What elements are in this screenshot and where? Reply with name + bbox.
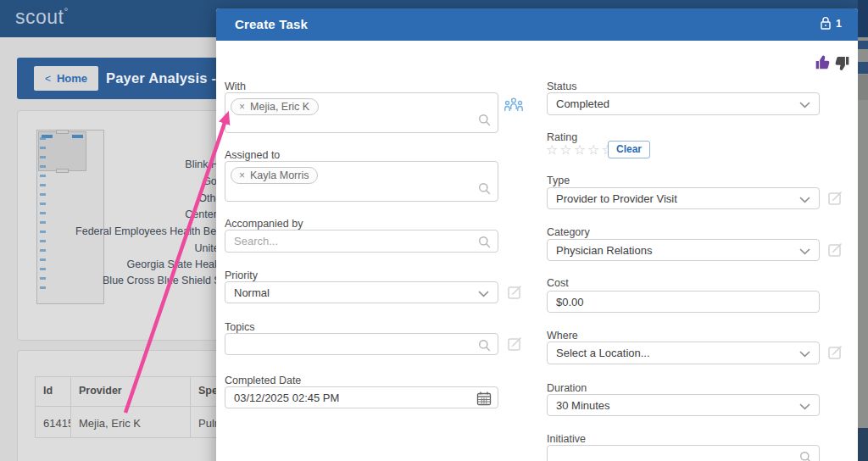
chip-label: Kayla Morris bbox=[250, 169, 309, 181]
chevron-down-icon bbox=[799, 403, 810, 410]
chart-axis-label: Federal Employees Health Benefits bbox=[35, 225, 242, 237]
lock-icon bbox=[820, 16, 832, 31]
thumbs-up-icon[interactable] bbox=[815, 53, 832, 70]
rating-stars[interactable]: ☆☆☆☆☆ bbox=[546, 142, 615, 158]
star-icon[interactable]: ☆ bbox=[559, 142, 573, 157]
star-icon[interactable]: ☆ bbox=[587, 142, 601, 157]
with-label: With bbox=[225, 81, 246, 92]
table-header-id: Id bbox=[36, 377, 71, 407]
edit-icon[interactable] bbox=[508, 284, 524, 300]
strip-segment bbox=[858, 41, 868, 49]
initiative-label: Initiative bbox=[547, 433, 586, 445]
edit-icon[interactable] bbox=[828, 344, 844, 360]
edit-icon[interactable] bbox=[828, 190, 844, 206]
category-value: Physician Relations bbox=[556, 244, 652, 257]
accompanied-by-label: Accompanied by bbox=[225, 218, 303, 230]
chart-axis-label: Other Co bbox=[35, 192, 242, 204]
priority-value: Normal bbox=[234, 286, 270, 299]
topics-field[interactable] bbox=[225, 333, 498, 355]
star-icon[interactable]: ☆ bbox=[574, 142, 587, 157]
screen: scout° < Home Payer Analysis -VX Blink H… bbox=[0, 0, 868, 461]
duration-select[interactable]: 30 Minutes bbox=[547, 394, 820, 416]
chip-label: Mejia, Eric K bbox=[250, 101, 309, 113]
search-icon bbox=[478, 114, 491, 126]
star-icon[interactable]: ☆ bbox=[546, 142, 559, 157]
minimap-dash bbox=[72, 135, 83, 138]
search-icon bbox=[478, 339, 491, 352]
assigned-to-chip: × Kayla Morris bbox=[231, 167, 318, 184]
people-group-icon[interactable] bbox=[504, 96, 524, 114]
category-select[interactable]: Physician Relations bbox=[547, 239, 820, 261]
minimap-handle-top[interactable] bbox=[56, 130, 69, 134]
assigned-to-label: Assigned to bbox=[225, 149, 280, 161]
completed-date-label: Completed Date bbox=[225, 375, 301, 386]
chart-axis-label: Blink Health bbox=[35, 158, 242, 170]
rating-clear-button[interactable]: Clear bbox=[608, 141, 650, 158]
priority-select[interactable]: Normal bbox=[225, 281, 498, 303]
home-button[interactable]: < Home bbox=[34, 66, 98, 91]
accompanied-by-placeholder: Search... bbox=[234, 235, 278, 247]
duration-label: Duration bbox=[547, 382, 587, 394]
duration-value: 30 Minutes bbox=[556, 399, 610, 412]
cell-provider: Mejia, Eric K bbox=[71, 407, 191, 438]
priority-label: Priority bbox=[225, 269, 258, 281]
type-select[interactable]: Provider to Provider Visit bbox=[547, 187, 820, 209]
chart-axis-label: Georgia State Health Be bbox=[35, 258, 242, 270]
thumbs-down-icon[interactable] bbox=[833, 55, 850, 72]
cost-value: $0.00 bbox=[556, 296, 584, 308]
cost-field[interactable]: $0.00 bbox=[547, 291, 820, 313]
chart-axis-label: United He bbox=[35, 242, 242, 254]
home-button-label: Home bbox=[57, 72, 87, 85]
where-label: Where bbox=[547, 330, 578, 342]
app-logo: scout° bbox=[15, 6, 69, 29]
strip-segment bbox=[858, 62, 868, 74]
table-header-provider: Provider bbox=[71, 377, 191, 407]
completed-date-field[interactable]: 03/12/2025 02:45 PM bbox=[225, 386, 498, 408]
edit-icon[interactable] bbox=[828, 242, 844, 258]
modal-title: Create Task bbox=[235, 17, 308, 31]
strip-segment bbox=[858, 0, 868, 37]
modal-header: Create Task 1 bbox=[216, 8, 858, 41]
lock-count: 1 bbox=[836, 18, 842, 30]
cost-label: Cost bbox=[547, 277, 569, 289]
where-value: Select a Location... bbox=[556, 347, 650, 359]
chart-axis-label: Blue Cross Blue Shield South bbox=[35, 275, 242, 286]
chevron-down-icon bbox=[799, 248, 810, 255]
search-icon bbox=[478, 182, 491, 195]
chip-remove-icon[interactable]: × bbox=[239, 101, 245, 113]
chevron-down-icon bbox=[799, 351, 810, 358]
cell-id: 61415 bbox=[36, 407, 71, 438]
completed-date-value: 03/12/2025 02:45 PM bbox=[234, 392, 339, 404]
search-icon bbox=[478, 236, 491, 248]
chevron-down-icon bbox=[478, 291, 489, 297]
initiative-field[interactable] bbox=[547, 445, 820, 461]
topics-label: Topics bbox=[225, 321, 254, 333]
status-label: Status bbox=[547, 81, 576, 92]
accompanied-by-field[interactable]: Search... bbox=[225, 230, 498, 253]
back-chevron-icon: < bbox=[45, 73, 51, 85]
category-label: Category bbox=[547, 226, 590, 238]
chevron-down-icon bbox=[799, 102, 810, 108]
edit-icon[interactable] bbox=[508, 336, 524, 352]
strip-segment bbox=[858, 428, 868, 461]
type-value: Provider to Provider Visit bbox=[556, 192, 677, 205]
background-right-strip bbox=[858, 0, 868, 461]
with-field[interactable]: × Mejia, Eric K bbox=[225, 92, 498, 133]
calendar-icon[interactable] bbox=[476, 391, 492, 406]
search-icon bbox=[799, 451, 812, 461]
create-task-modal: Create Task 1 With × Mejia, bbox=[216, 8, 858, 461]
chevron-down-icon bbox=[799, 197, 810, 203]
where-select[interactable]: Select a Location... bbox=[547, 342, 820, 364]
assigned-to-field[interactable]: × Kayla Morris bbox=[225, 161, 498, 202]
strip-segment bbox=[858, 75, 868, 100]
with-chip: × Mejia, Eric K bbox=[231, 98, 319, 115]
chart-axis-label: GoodRx bbox=[35, 175, 242, 187]
type-label: Type bbox=[547, 175, 570, 186]
status-value: Completed bbox=[556, 97, 609, 110]
status-select[interactable]: Completed bbox=[547, 92, 820, 115]
chart-axis-label: Centene Co bbox=[35, 208, 242, 220]
chip-remove-icon[interactable]: × bbox=[239, 169, 245, 181]
logo-degree-mark: ° bbox=[64, 6, 68, 18]
lock-indicator[interactable]: 1 bbox=[820, 16, 842, 31]
